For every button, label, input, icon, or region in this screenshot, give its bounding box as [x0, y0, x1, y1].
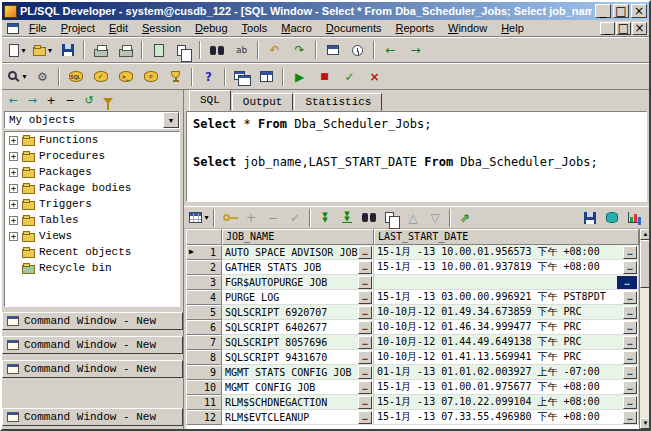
find-button[interactable]: [204, 40, 229, 61]
job-name-cell[interactable]: SQLSCRIPT_6402677…: [222, 320, 374, 335]
command-window-bar[interactable]: Command Window - New: [2, 312, 183, 330]
nav-back-button[interactable]: ←: [378, 40, 403, 61]
refresh-button[interactable]: ↺: [80, 93, 98, 109]
last-start-date-ellipsis-button[interactable]: …: [623, 351, 637, 364]
find-results-button[interactable]: [358, 208, 380, 227]
job-name-ellipsis-button[interactable]: …: [358, 246, 372, 259]
fetch-next-button[interactable]: ▼▼: [314, 208, 336, 227]
row-number-cell[interactable]: 5: [186, 305, 222, 320]
replace-button[interactable]: ab: [229, 40, 254, 61]
print-button[interactable]: [88, 40, 113, 61]
edit-lock-button[interactable]: [218, 208, 240, 227]
tree-item-packages[interactable]: +Packages: [5, 164, 179, 180]
last-start-date-cell[interactable]: 10-10月-12 01.49.34.673859 下午 PRC…: [374, 305, 639, 320]
last-start-date-ellipsis-button[interactable]: …: [623, 261, 637, 274]
grid-menu-button[interactable]: ▾: [188, 208, 210, 227]
nav-forward-button[interactable]: →: [403, 40, 428, 61]
job-name-cell[interactable]: GATHER_STATS_JOB…: [222, 260, 374, 275]
save-button[interactable]: [55, 40, 80, 61]
job-name-cell[interactable]: AUTO_SPACE_ADVISOR_JOB…: [222, 245, 374, 260]
fetch-all-button[interactable]: ▼▼: [336, 208, 358, 227]
last-start-date-cell[interactable]: 15-1月 -13 10.00.01.937819 下午 +08:00…: [374, 260, 639, 275]
tree-item-tables[interactable]: +Tables: [5, 212, 179, 228]
sql-editor[interactable]: Select * From Dba_Scheduler_Jobs; Select…: [186, 111, 647, 202]
command-window-bar[interactable]: Command Window - New: [2, 360, 183, 378]
menu-project[interactable]: Project: [54, 21, 102, 35]
row-number-cell[interactable]: ▶1: [186, 245, 222, 260]
tab-sql[interactable]: SQL: [189, 90, 231, 111]
save-results-button[interactable]: [579, 208, 601, 227]
mdi-restore-button[interactable]: □: [616, 22, 631, 35]
tree-item-package-bodies[interactable]: +Package bodies: [5, 180, 179, 196]
expand-icon[interactable]: +: [9, 136, 18, 145]
row-number-cell[interactable]: 7: [186, 335, 222, 350]
minimize-button[interactable]: _: [595, 4, 611, 18]
export-db-button[interactable]: [601, 208, 623, 227]
job-name-cell[interactable]: SQLSCRIPT_8057696…: [222, 335, 374, 350]
last-start-date-ellipsis-button[interactable]: …: [623, 321, 637, 334]
back-button[interactable]: ←: [4, 93, 22, 109]
job-name-cell[interactable]: RLM$SCHDNEGACTION…: [222, 395, 374, 410]
new-command-window-button[interactable]: [113, 66, 138, 87]
last-start-date-ellipsis-button[interactable]: …: [623, 366, 637, 379]
filter-button[interactable]: [99, 93, 117, 109]
tile-horizontal-button[interactable]: [254, 66, 279, 87]
forward-button[interactable]: →: [23, 93, 41, 109]
last-start-date-cell[interactable]: 15-1月 -13 07.33.55.496980 下午 +08:00…: [374, 410, 639, 425]
add-button[interactable]: +: [42, 93, 60, 109]
remove-row-button[interactable]: −: [262, 208, 284, 227]
scroll-down-icon[interactable]: ▼: [640, 418, 651, 429]
job-name-ellipsis-button[interactable]: …: [358, 366, 372, 379]
menu-debug[interactable]: Debug: [188, 21, 234, 35]
menu-session[interactable]: Session: [135, 21, 188, 35]
expand-icon[interactable]: +: [9, 184, 18, 193]
last-start-date-cell[interactable]: 10-10月-12 01.41.13.569941 下午 PRC…: [374, 350, 639, 365]
help-button[interactable]: ?: [196, 66, 221, 87]
last-start-date-ellipsis-button[interactable]: …: [623, 246, 637, 259]
column-header-last-start-date[interactable]: LAST_START_DATE: [374, 229, 639, 245]
row-number-cell[interactable]: 9: [186, 365, 222, 380]
last-start-date-ellipsis-button[interactable]: …: [623, 381, 637, 394]
mdi-close-button[interactable]: ×: [632, 22, 647, 35]
last-start-date-ellipsis-button[interactable]: …: [623, 336, 637, 349]
browse-button[interactable]: ▾: [5, 66, 30, 87]
chart-button[interactable]: [623, 208, 645, 227]
job-name-cell[interactable]: MGMT_CONFIG_JOB…: [222, 380, 374, 395]
print-preview-button[interactable]: [113, 40, 138, 61]
last-start-date-cell[interactable]: 15-1月 -13 10.00.01.956573 下午 +08:00…: [374, 245, 639, 260]
scroll-thumb[interactable]: [640, 240, 651, 288]
new-sql-window-button[interactable]: [63, 66, 88, 87]
tab-statistics[interactable]: Statistics: [294, 93, 382, 111]
mdi-minimize-button[interactable]: _: [600, 22, 615, 35]
expand-icon[interactable]: +: [9, 200, 18, 209]
commit-button[interactable]: ✓: [337, 66, 362, 87]
job-name-ellipsis-button[interactable]: …: [358, 396, 372, 409]
title-bar[interactable]: PL/SQL Developer - system@cusdb_122 - [S…: [2, 2, 649, 20]
row-number-cell[interactable]: 4: [186, 290, 222, 305]
command-window-bar[interactable]: Command Window - New: [2, 408, 183, 426]
row-number-cell[interactable]: 6: [186, 320, 222, 335]
menu-file[interactable]: File: [22, 21, 54, 35]
last-start-date-cell[interactable]: …: [374, 275, 639, 290]
remove-button[interactable]: −: [61, 93, 79, 109]
new-file-button[interactable]: ▾: [5, 40, 30, 61]
job-name-cell[interactable]: FGR$AUTOPURGE_JOB…: [222, 275, 374, 290]
rollback-button[interactable]: ×: [362, 66, 387, 87]
row-number-cell[interactable]: 12: [186, 410, 222, 425]
new-explain-window-button[interactable]: [138, 66, 163, 87]
row-number-cell[interactable]: 2: [186, 260, 222, 275]
menu-reports[interactable]: Reports: [388, 21, 441, 35]
new-report-window-button[interactable]: [163, 66, 188, 87]
dropdown-arrow-icon[interactable]: ▼: [163, 112, 179, 128]
tree-item-views[interactable]: +Views: [5, 228, 179, 244]
job-name-ellipsis-button[interactable]: …: [358, 411, 372, 424]
row-number-cell[interactable]: 8: [186, 350, 222, 365]
job-name-ellipsis-button[interactable]: …: [358, 276, 372, 289]
job-name-ellipsis-button[interactable]: …: [358, 381, 372, 394]
new-test-window-button[interactable]: [88, 66, 113, 87]
last-start-date-cell[interactable]: 15-1月 -13 07.10.22.099104 上午 +08:00…: [374, 395, 639, 410]
tree-item-procedures[interactable]: +Procedures: [5, 148, 179, 164]
break-button[interactable]: ■: [312, 66, 337, 87]
tab-output[interactable]: Output: [232, 93, 294, 111]
job-name-cell[interactable]: PURGE_LOG…: [222, 290, 374, 305]
